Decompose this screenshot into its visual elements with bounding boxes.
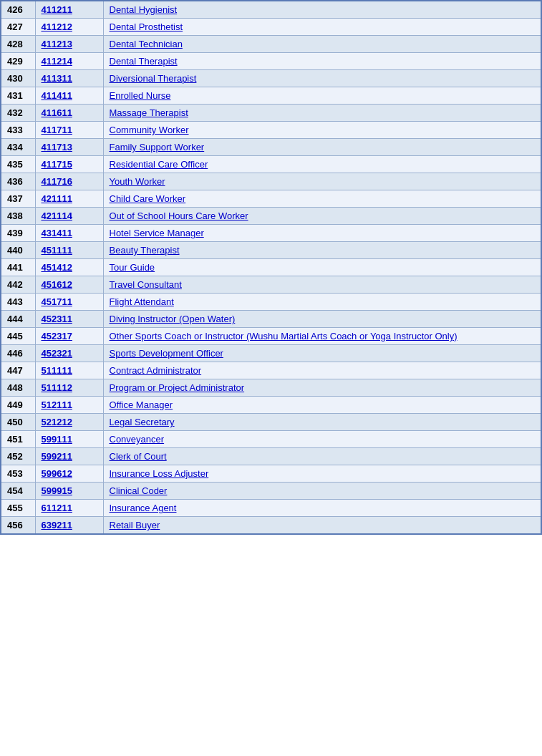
occupation-code[interactable]: 452321 xyxy=(35,345,103,362)
table-row: 451 599111 Conveyancer xyxy=(1,431,541,448)
table-row: 443 451711 Flight Attendant xyxy=(1,294,541,311)
table-row: 429 411214 Dental Therapist xyxy=(1,53,541,70)
occupation-title[interactable]: Dental Hygienist xyxy=(103,1,541,19)
occupation-code[interactable]: 411716 xyxy=(35,173,103,190)
occupation-title[interactable]: Insurance Loss Adjuster xyxy=(103,465,541,483)
occupation-title[interactable]: Community Worker xyxy=(103,122,541,139)
occupation-title[interactable]: Office Manager xyxy=(103,397,541,414)
occupation-code[interactable]: 411411 xyxy=(35,87,103,105)
occupation-title[interactable]: Dental Prosthetist xyxy=(103,19,541,36)
occupation-title[interactable]: Dental Technician xyxy=(103,36,541,53)
occupation-code[interactable]: 511112 xyxy=(35,379,103,397)
occupation-title[interactable]: Travel Consultant xyxy=(103,276,541,294)
row-number: 447 xyxy=(1,362,35,379)
row-number: 440 xyxy=(1,242,35,259)
occupation-title[interactable]: Legal Secretary xyxy=(103,414,541,431)
table-row: 433 411711 Community Worker xyxy=(1,122,541,139)
occupation-code[interactable]: 599915 xyxy=(35,483,103,500)
row-number: 438 xyxy=(1,208,35,225)
occupation-code[interactable]: 599111 xyxy=(35,431,103,448)
occupation-title[interactable]: Contract Administrator xyxy=(103,362,541,379)
row-number: 450 xyxy=(1,414,35,431)
occupation-code[interactable]: 411213 xyxy=(35,36,103,53)
occupation-code[interactable]: 511111 xyxy=(35,362,103,379)
row-number: 433 xyxy=(1,122,35,139)
table-row: 442 451612 Travel Consultant xyxy=(1,276,541,294)
occupation-code[interactable]: 411711 xyxy=(35,122,103,139)
occupation-code[interactable]: 452317 xyxy=(35,328,103,345)
occupation-title[interactable]: Flight Attendant xyxy=(103,294,541,311)
row-number: 449 xyxy=(1,397,35,414)
occupation-code[interactable]: 411713 xyxy=(35,139,103,156)
table-row: 436 411716 Youth Worker xyxy=(1,173,541,190)
occupation-code[interactable]: 451412 xyxy=(35,259,103,276)
occupation-title[interactable]: Diving Instructor (Open Water) xyxy=(103,311,541,328)
row-number: 455 xyxy=(1,500,35,517)
occupation-title[interactable]: Child Care Worker xyxy=(103,190,541,208)
table-row: 439 431411 Hotel Service Manager xyxy=(1,225,541,242)
occupation-title[interactable]: Insurance Agent xyxy=(103,500,541,517)
occupation-code[interactable]: 421111 xyxy=(35,190,103,208)
occupation-title[interactable]: Enrolled Nurse xyxy=(103,87,541,105)
table-row: 450 521212 Legal Secretary xyxy=(1,414,541,431)
occupation-title[interactable]: Diversional Therapist xyxy=(103,70,541,87)
occupation-code[interactable]: 431411 xyxy=(35,225,103,242)
occupation-code[interactable]: 452311 xyxy=(35,311,103,328)
occupation-title[interactable]: Family Support Worker xyxy=(103,139,541,156)
occupation-code[interactable]: 512111 xyxy=(35,397,103,414)
occupation-title[interactable]: Dental Therapist xyxy=(103,53,541,70)
occupation-title[interactable]: Hotel Service Manager xyxy=(103,225,541,242)
occupation-title[interactable]: Conveyancer xyxy=(103,431,541,448)
occupation-code[interactable]: 521212 xyxy=(35,414,103,431)
occupation-code[interactable]: 411212 xyxy=(35,19,103,36)
table-row: 453 599612 Insurance Loss Adjuster xyxy=(1,465,541,483)
occupation-title[interactable]: Beauty Therapist xyxy=(103,242,541,259)
occupation-title[interactable]: Program or Project Administrator xyxy=(103,379,541,397)
occupation-code[interactable]: 639211 xyxy=(35,517,103,535)
table-row: 449 512111 Office Manager xyxy=(1,397,541,414)
row-number: 444 xyxy=(1,311,35,328)
occupation-code[interactable]: 411311 xyxy=(35,70,103,87)
occupation-title[interactable]: Out of School Hours Care Worker xyxy=(103,208,541,225)
occupation-code[interactable]: 451111 xyxy=(35,242,103,259)
occupation-code[interactable]: 599211 xyxy=(35,448,103,465)
row-number: 431 xyxy=(1,87,35,105)
occupation-code[interactable]: 599612 xyxy=(35,465,103,483)
occupation-title[interactable]: Sports Development Officer xyxy=(103,345,541,362)
table-row: 445 452317 Other Sports Coach or Instruc… xyxy=(1,328,541,345)
row-number: 427 xyxy=(1,19,35,36)
occupation-code[interactable]: 411715 xyxy=(35,156,103,173)
row-number: 426 xyxy=(1,1,35,19)
occupation-title[interactable]: Retail Buyer xyxy=(103,517,541,535)
row-number: 439 xyxy=(1,225,35,242)
occupation-title[interactable]: Youth Worker xyxy=(103,173,541,190)
table-row: 446 452321 Sports Development Officer xyxy=(1,345,541,362)
occupation-title[interactable]: Tour Guide xyxy=(103,259,541,276)
row-number: 429 xyxy=(1,53,35,70)
table-row: 438 421114 Out of School Hours Care Work… xyxy=(1,208,541,225)
occupation-title[interactable]: Clerk of Court xyxy=(103,448,541,465)
row-number: 446 xyxy=(1,345,35,362)
occupation-code[interactable]: 451711 xyxy=(35,294,103,311)
table-row: 456 639211 Retail Buyer xyxy=(1,517,541,535)
occupation-code[interactable]: 611211 xyxy=(35,500,103,517)
occupation-title[interactable]: Other Sports Coach or Instructor (Wushu … xyxy=(103,328,541,345)
row-number: 441 xyxy=(1,259,35,276)
occupation-code[interactable]: 411211 xyxy=(35,1,103,19)
row-number: 456 xyxy=(1,517,35,535)
row-number: 454 xyxy=(1,483,35,500)
occupation-code[interactable]: 411214 xyxy=(35,53,103,70)
row-number: 452 xyxy=(1,448,35,465)
occupation-title[interactable]: Residential Care Officer xyxy=(103,156,541,173)
table-row: 431 411411 Enrolled Nurse xyxy=(1,87,541,105)
row-number: 437 xyxy=(1,190,35,208)
table-row: 430 411311 Diversional Therapist xyxy=(1,70,541,87)
row-number: 432 xyxy=(1,105,35,122)
occupation-code[interactable]: 421114 xyxy=(35,208,103,225)
occupation-code[interactable]: 451612 xyxy=(35,276,103,294)
occupation-title[interactable]: Massage Therapist xyxy=(103,105,541,122)
row-number: 451 xyxy=(1,431,35,448)
table-row: 426 411211 Dental Hygienist xyxy=(1,1,541,19)
occupation-code[interactable]: 411611 xyxy=(35,105,103,122)
occupation-title[interactable]: Clinical Coder xyxy=(103,483,541,500)
